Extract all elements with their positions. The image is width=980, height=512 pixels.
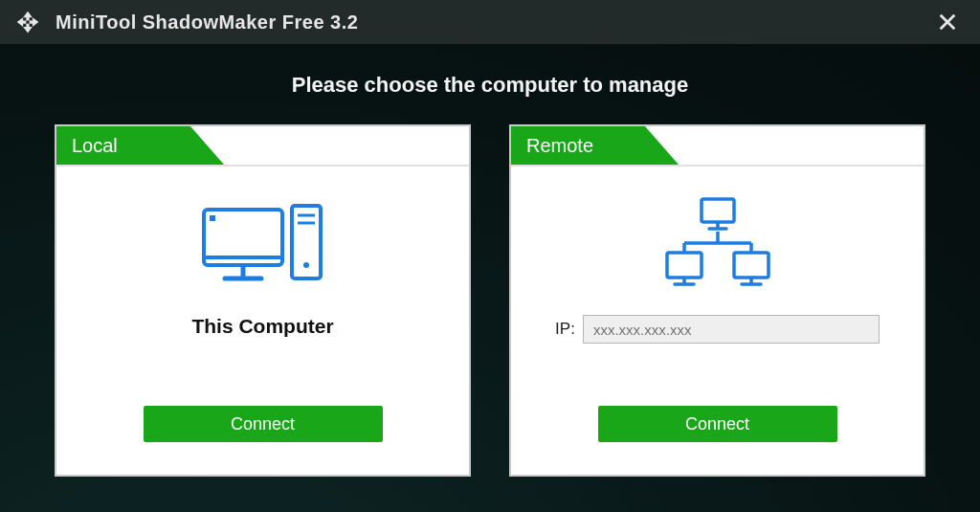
ip-row: IP: <box>555 315 880 344</box>
svg-rect-11 <box>702 199 734 222</box>
cards-container: Local This Computer Conne <box>0 124 980 477</box>
remote-network-icon <box>646 176 790 315</box>
svg-rect-3 <box>210 215 215 221</box>
this-computer-label: This Computer <box>191 315 333 338</box>
local-tab-row: Local <box>56 126 469 167</box>
local-card: Local This Computer Conne <box>55 124 471 477</box>
local-connect-button[interactable]: Connect <box>144 406 383 442</box>
svg-rect-18 <box>667 253 702 278</box>
svg-rect-21 <box>734 253 768 278</box>
ip-input[interactable] <box>583 315 880 344</box>
app-logo-icon <box>13 8 42 36</box>
remote-tab-row: Remote <box>511 126 924 167</box>
ip-label: IP: <box>555 320 575 339</box>
close-button[interactable] <box>928 8 967 36</box>
close-icon <box>937 11 958 33</box>
svg-point-10 <box>303 262 309 268</box>
app-title: MiniTool ShadowMaker Free 3.2 <box>56 11 358 33</box>
choose-computer-prompt: Please choose the computer to manage <box>0 73 980 98</box>
remote-tab: Remote <box>511 126 679 165</box>
titlebar: MiniTool ShadowMaker Free 3.2 <box>0 0 980 44</box>
remote-connect-button[interactable]: Connect <box>598 406 837 442</box>
local-tab: Local <box>56 126 224 165</box>
remote-card: Remote <box>509 124 925 477</box>
local-computer-icon <box>196 176 330 315</box>
